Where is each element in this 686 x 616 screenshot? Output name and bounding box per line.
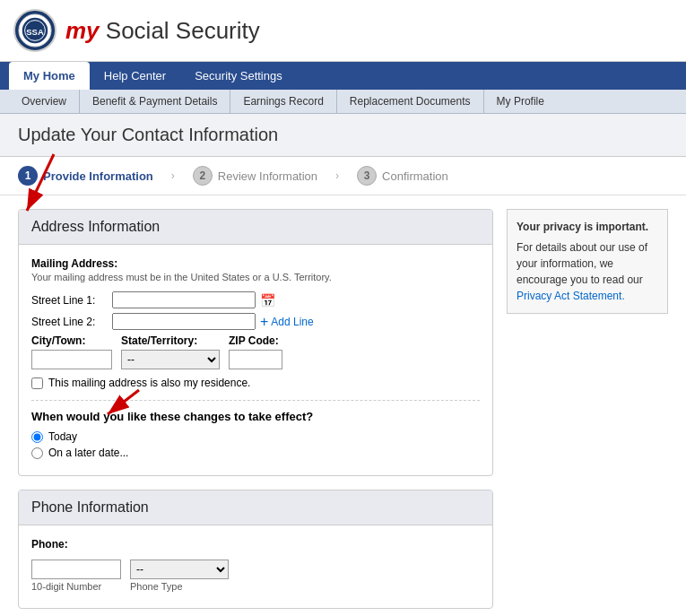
street-line-2-input[interactable]	[112, 313, 256, 330]
add-line-text: Add Line	[271, 316, 313, 328]
page-title: Update Your Contact Information	[18, 125, 668, 145]
phone-type-select[interactable]: -- Home Work Cell Other	[130, 560, 229, 579]
privacy-act-link[interactable]: Privacy Act Statement.	[517, 290, 625, 302]
mailing-address-label: Mailing Address:	[31, 257, 480, 270]
mailing-address-hint: Your mailing address must be in the Unit…	[31, 272, 480, 282]
phone-type-hint: Phone Type	[130, 581, 229, 592]
privacy-title: Your privacy is important.	[517, 219, 658, 235]
same-residence-row: This mailing address is also my residenc…	[31, 377, 480, 389]
site-title: my Social Security	[65, 17, 260, 45]
step-3-number: 3	[357, 166, 377, 186]
address-section-header: Address Information	[19, 210, 492, 245]
primary-nav: My Home Help Center Security Settings	[0, 62, 686, 90]
phone-number-hint: 10-digit Number	[31, 581, 121, 592]
effect-later-radio[interactable]	[31, 447, 43, 459]
same-residence-label: This mailing address is also my residenc…	[48, 377, 250, 389]
state-field-group: State/Territory: -- ALAKAZAR CACOCTFL GA…	[121, 334, 220, 369]
city-input[interactable]	[31, 350, 112, 369]
effect-today-row: Today	[31, 430, 480, 443]
address-section-body: Mailing Address: Your mailing address mu…	[19, 245, 492, 475]
phone-number-group: 10-digit Number	[31, 560, 121, 592]
phone-type-group: -- Home Work Cell Other Phone Type	[130, 560, 229, 592]
nav-help-center[interactable]: Help Center	[90, 62, 180, 90]
state-label: State/Territory:	[121, 334, 220, 347]
add-line-link[interactable]: + Add Line	[260, 314, 314, 330]
zip-input[interactable]	[229, 350, 282, 369]
header: SSA my Social Security	[0, 0, 686, 62]
phone-section-body: Phone: 10-digit Number -- Home Work	[19, 525, 492, 608]
step-2-label: Review Information	[218, 169, 317, 183]
step-2-number: 2	[193, 166, 213, 186]
sec-nav-profile[interactable]: My Profile	[484, 90, 557, 113]
phone-section-header: Phone Information	[19, 490, 492, 525]
main-content: Address Information Mailing Address: You…	[0, 195, 686, 616]
step-1: 1 Provide Information	[18, 166, 153, 186]
same-residence-checkbox[interactable]	[31, 377, 43, 389]
step-divider-2: ›	[335, 169, 339, 182]
nav-security-settings[interactable]: Security Settings	[180, 62, 297, 90]
state-select[interactable]: -- ALAKAZAR CACOCTFL GAHITXNY	[121, 350, 220, 369]
ssa-logo: SSA	[13, 9, 56, 52]
effect-later-label: On a later date...	[48, 447, 128, 459]
street-line-2-label: Street Line 2:	[31, 316, 108, 328]
step-divider-1: ›	[171, 169, 175, 182]
street-line-2-row: Street Line 2: + Add Line	[31, 313, 480, 330]
form-area: Address Information Mailing Address: You…	[18, 209, 493, 616]
step-3: 3 Confirmation	[357, 166, 448, 186]
section-divider	[31, 400, 480, 401]
effect-later-row: On a later date...	[31, 447, 480, 459]
calendar-icon: 📅	[260, 293, 275, 308]
phone-input-row: 10-digit Number -- Home Work Cell Other …	[31, 560, 480, 592]
step-3-label: Confirmation	[382, 169, 448, 183]
street-line-1-row: Street Line 1: 📅	[31, 291, 480, 308]
privacy-text: For details about our use of your inform…	[517, 241, 647, 286]
zip-label: ZIP Code:	[229, 334, 282, 347]
page-title-area: Update Your Contact Information	[0, 114, 686, 157]
phone-label: Phone:	[31, 538, 480, 551]
sec-nav-benefit[interactable]: Benefit & Payment Details	[80, 90, 230, 113]
sec-nav-earnings[interactable]: Earnings Record	[230, 90, 336, 113]
sec-nav-replacement[interactable]: Replacement Documents	[337, 90, 484, 113]
phone-section: Phone Information Phone: 10-digit Number…	[18, 490, 493, 609]
svg-text:SSA: SSA	[26, 27, 44, 37]
phone-number-input[interactable]	[31, 560, 121, 579]
privacy-box: Your privacy is important. For details a…	[507, 209, 668, 314]
sidebar: Your privacy is important. For details a…	[507, 209, 668, 616]
mailing-address-group: Mailing Address: Your mailing address mu…	[31, 257, 480, 282]
sec-nav-overview[interactable]: Overview	[9, 90, 80, 113]
address-section: Address Information Mailing Address: You…	[18, 209, 493, 476]
secondary-nav: Overview Benefit & Payment Details Earni…	[0, 90, 686, 114]
street-line-1-label: Street Line 1:	[31, 294, 108, 307]
step-1-label: Provide Information	[43, 169, 153, 183]
effect-today-label: Today	[48, 430, 77, 443]
steps-bar: 1 Provide Information › 2 Review Informa…	[0, 157, 686, 195]
city-field-group: City/Town:	[31, 334, 112, 369]
zip-field-group: ZIP Code:	[229, 334, 282, 369]
city-state-zip-row: City/Town: State/Territory: -- ALAKAZAR …	[31, 334, 480, 369]
street-line-1-input[interactable]	[112, 291, 256, 308]
step-1-number: 1	[18, 166, 38, 186]
effect-today-radio[interactable]	[31, 431, 43, 443]
phone-field-group: Phone:	[31, 538, 480, 551]
city-label: City/Town:	[31, 334, 112, 347]
effect-question-label: When would you like these changes to tak…	[31, 410, 480, 423]
nav-my-home[interactable]: My Home	[9, 62, 90, 90]
step-2: 2 Review Information	[193, 166, 317, 186]
plus-icon: +	[260, 314, 268, 330]
